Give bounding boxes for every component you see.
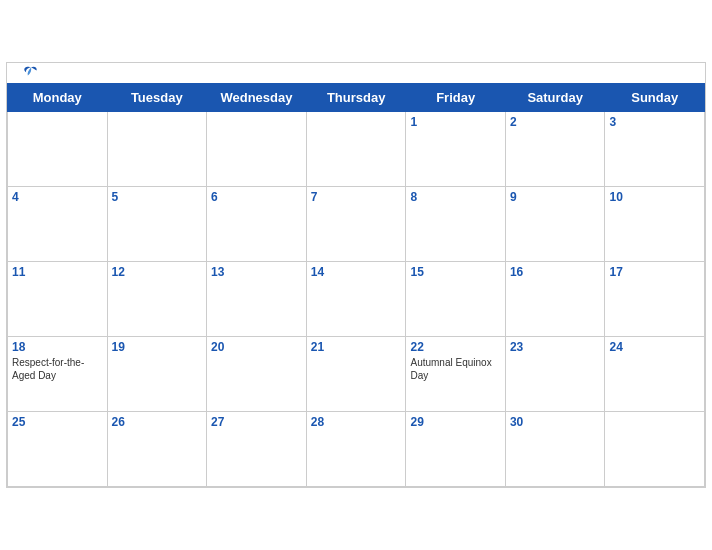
calendar-cell: 7 [306,187,406,262]
calendar-header [7,63,705,83]
weekday-monday: Monday [8,84,108,112]
calendar-cell: 11 [8,262,108,337]
calendar-body: 123456789101112131415161718Respect-for-t… [8,112,705,487]
calendar-cell: 21 [306,337,406,412]
calendar-cell: 2 [505,112,605,187]
day-number: 1 [410,115,500,129]
calendar-cell: 1 [406,112,505,187]
calendar-cell [107,112,207,187]
day-number: 22 [410,340,500,354]
day-number: 9 [510,190,601,204]
day-number: 18 [12,340,103,354]
day-number: 21 [311,340,402,354]
day-number: 2 [510,115,601,129]
logo-blue-text [23,65,41,81]
day-number: 11 [12,265,103,279]
calendar-cell: 20 [207,337,307,412]
logo-bird-icon [23,65,39,81]
weekday-thursday: Thursday [306,84,406,112]
calendar-cell: 8 [406,187,505,262]
day-number: 25 [12,415,103,429]
calendar-cell: 19 [107,337,207,412]
day-number: 27 [211,415,302,429]
calendar-cell: 15 [406,262,505,337]
day-number: 13 [211,265,302,279]
calendar-cell: 16 [505,262,605,337]
calendar-grid: Monday Tuesday Wednesday Thursday Friday… [7,83,705,487]
day-number: 28 [311,415,402,429]
calendar-cell: 4 [8,187,108,262]
calendar-container: Monday Tuesday Wednesday Thursday Friday… [6,62,706,488]
weekday-tuesday: Tuesday [107,84,207,112]
day-number: 20 [211,340,302,354]
day-number: 8 [410,190,500,204]
day-number: 14 [311,265,402,279]
holiday-label: Autumnal Equinox Day [410,356,500,382]
calendar-cell: 18Respect-for-the-Aged Day [8,337,108,412]
calendar-cell: 14 [306,262,406,337]
calendar-cell: 25 [8,412,108,487]
calendar-week-row: 11121314151617 [8,262,705,337]
day-number: 19 [112,340,203,354]
calendar-week-row: 252627282930 [8,412,705,487]
weekday-header-row: Monday Tuesday Wednesday Thursday Friday… [8,84,705,112]
day-number: 16 [510,265,601,279]
day-number: 12 [112,265,203,279]
day-number: 6 [211,190,302,204]
day-number: 7 [311,190,402,204]
calendar-cell: 9 [505,187,605,262]
calendar-cell: 30 [505,412,605,487]
logo [23,65,41,81]
calendar-cell: 13 [207,262,307,337]
calendar-cell: 3 [605,112,705,187]
weekday-wednesday: Wednesday [207,84,307,112]
calendar-cell: 28 [306,412,406,487]
calendar-cell: 12 [107,262,207,337]
calendar-cell: 6 [207,187,307,262]
calendar-cell [8,112,108,187]
calendar-cell [306,112,406,187]
weekday-friday: Friday [406,84,505,112]
calendar-cell: 17 [605,262,705,337]
day-number: 4 [12,190,103,204]
calendar-cell: 26 [107,412,207,487]
calendar-cell: 10 [605,187,705,262]
weekday-saturday: Saturday [505,84,605,112]
calendar-cell: 5 [107,187,207,262]
calendar-week-row: 123 [8,112,705,187]
day-number: 29 [410,415,500,429]
day-number: 10 [609,190,700,204]
calendar-cell [605,412,705,487]
calendar-cell [207,112,307,187]
day-number: 24 [609,340,700,354]
calendar-cell: 23 [505,337,605,412]
day-number: 17 [609,265,700,279]
calendar-week-row: 45678910 [8,187,705,262]
calendar-cell: 24 [605,337,705,412]
day-number: 5 [112,190,203,204]
day-number: 23 [510,340,601,354]
calendar-cell: 22Autumnal Equinox Day [406,337,505,412]
day-number: 30 [510,415,601,429]
day-number: 3 [609,115,700,129]
day-number: 26 [112,415,203,429]
calendar-cell: 27 [207,412,307,487]
calendar-cell: 29 [406,412,505,487]
calendar-week-row: 18Respect-for-the-Aged Day19202122Autumn… [8,337,705,412]
weekday-sunday: Sunday [605,84,705,112]
day-number: 15 [410,265,500,279]
holiday-label: Respect-for-the-Aged Day [12,356,103,382]
